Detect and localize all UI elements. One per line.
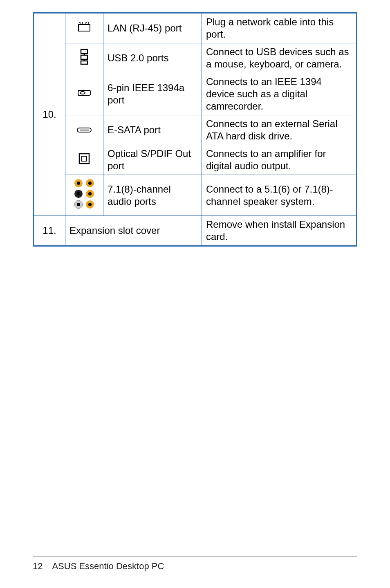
port-label: USB 2.0 ports bbox=[103, 43, 202, 73]
port-description: Connects to an external Serial ATA hard … bbox=[202, 115, 357, 145]
table-row: 6-pin IEEE 1394a port Connects to an IEE… bbox=[34, 73, 357, 115]
row-number-10: 10. bbox=[34, 13, 65, 216]
port-label: 6-pin IEEE 1394a port bbox=[103, 73, 202, 115]
port-label: E-SATA port bbox=[103, 115, 202, 145]
table-row: 11. Expansion slot cover Remove when ins… bbox=[34, 216, 357, 246]
port-description: Plug a network cable into this port. bbox=[202, 13, 357, 43]
table-row: 7.1(8)-channel audio ports Connect to a … bbox=[34, 175, 357, 216]
page-number: 12 bbox=[33, 561, 43, 572]
table-row: USB 2.0 ports Connect to USB devices suc… bbox=[34, 43, 357, 73]
svg-rect-0 bbox=[78, 25, 90, 31]
port-label: Expansion slot cover bbox=[65, 216, 202, 246]
ieee1394-icon bbox=[77, 88, 92, 101]
table-row: Optical S/PDIF Out port Connects to an a… bbox=[34, 145, 357, 175]
svg-point-6 bbox=[80, 92, 85, 94]
port-description: Connect to a 5.1(6) or 7.1(8)-channel sp… bbox=[202, 175, 357, 216]
port-label: LAN (RJ-45) port bbox=[103, 13, 202, 43]
port-description: Connects to an IEEE 1394 device such as … bbox=[202, 73, 357, 115]
optical-spdif-icon bbox=[78, 153, 90, 168]
row-number-11: 11. bbox=[34, 216, 65, 246]
svg-rect-2 bbox=[81, 55, 87, 59]
usb-chain-icon bbox=[78, 49, 91, 68]
icon-cell bbox=[65, 13, 103, 43]
port-description: Remove when install Expansion card. bbox=[202, 216, 357, 246]
esata-icon bbox=[76, 124, 92, 136]
svg-rect-9 bbox=[79, 154, 89, 164]
table-row: E-SATA port Connects to an external Seri… bbox=[34, 115, 357, 145]
page: 10. LAN (RJ-45) port Plug a network cabl… bbox=[0, 0, 390, 588]
io-ports-table: 10. LAN (RJ-45) port Plug a network cabl… bbox=[33, 12, 357, 247]
svg-rect-3 bbox=[81, 61, 87, 64]
icon-cell bbox=[65, 43, 103, 73]
port-label: Optical S/PDIF Out port bbox=[103, 145, 202, 175]
svg-point-16 bbox=[77, 192, 80, 195]
svg-point-12 bbox=[77, 182, 80, 185]
icon-cell bbox=[65, 175, 103, 216]
table-row: 10. LAN (RJ-45) port Plug a network cabl… bbox=[34, 13, 357, 43]
port-description: Connects to an amplifier for digital aud… bbox=[202, 145, 357, 175]
svg-rect-1 bbox=[81, 49, 87, 54]
product-name: ASUS Essentio Desktop PC bbox=[52, 561, 164, 571]
svg-point-18 bbox=[88, 192, 92, 195]
icon-cell bbox=[65, 145, 103, 175]
port-description: Connect to USB devices such as a mouse, … bbox=[202, 43, 357, 73]
port-label: 7.1(8)-channel audio ports bbox=[103, 175, 202, 216]
rj45-icon bbox=[77, 21, 92, 36]
icon-cell bbox=[65, 73, 103, 115]
icon-cell bbox=[65, 115, 103, 145]
svg-point-14 bbox=[88, 182, 92, 185]
svg-rect-10 bbox=[82, 156, 87, 161]
audio-jacks-icon bbox=[73, 177, 96, 213]
svg-point-20 bbox=[77, 203, 80, 206]
svg-point-22 bbox=[88, 203, 92, 206]
page-footer: 12 ASUS Essentio Desktop PC bbox=[33, 557, 357, 572]
